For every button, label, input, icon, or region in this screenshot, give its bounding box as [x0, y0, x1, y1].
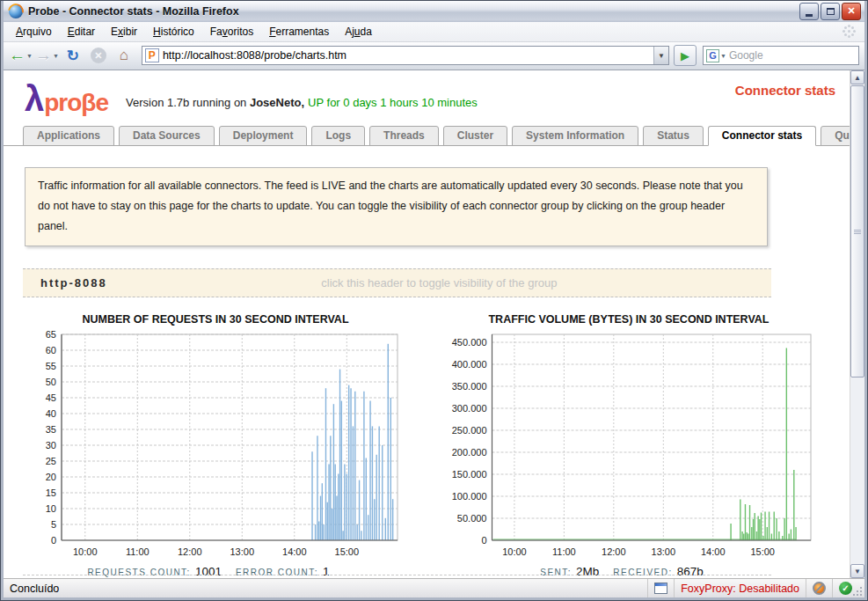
page-properties-panel[interactable] [647, 579, 674, 597]
chart-canvas: 10:0011:0012:0013:0014:0015:000510152025… [26, 327, 405, 561]
group-header[interactable]: http-8088 click this header to toggle vi… [23, 268, 771, 297]
security-panel[interactable]: ✓ [832, 579, 858, 597]
svg-text:15: 15 [46, 487, 56, 498]
back-dropdown-icon: ▼ [26, 53, 33, 59]
svg-text:15:00: 15:00 [335, 546, 360, 557]
reload-button[interactable]: ↻ [62, 44, 84, 67]
page-properties-icon [654, 583, 667, 594]
menu-editar[interactable]: Editar [61, 23, 102, 40]
svg-text:450.000: 450.000 [452, 337, 487, 348]
throbber-icon [848, 30, 850, 33]
tab-cluster[interactable]: Cluster [443, 126, 507, 146]
foxyproxy-icon-panel[interactable] [806, 579, 832, 597]
svg-text:10: 10 [46, 503, 56, 514]
host-name: JoseNeto, [250, 96, 304, 109]
svg-text:12:00: 12:00 [178, 546, 202, 557]
tab-applications[interactable]: Applications [23, 126, 114, 146]
svg-text:11:00: 11:00 [126, 546, 150, 557]
forward-icon: → [35, 46, 52, 65]
group-toggle-hint: click this header to toggle visibility o… [107, 276, 771, 290]
home-icon: ⌂ [120, 47, 128, 64]
menu-favoritos[interactable]: Favoritos [203, 23, 260, 40]
chart-title: TRAFFIC VOLUME (BYTES) IN 30 SECOND INTE… [440, 313, 818, 326]
menu-exibir[interactable]: Exibir [104, 23, 144, 40]
svg-text:12:00: 12:00 [602, 546, 626, 557]
svg-text:15:00: 15:00 [750, 546, 775, 557]
menu-histórico[interactable]: Histórico [146, 23, 201, 40]
menu-arquivo[interactable]: Arquivo [9, 23, 59, 40]
scrollbar-grip-icon [854, 230, 861, 234]
svg-text:300.000: 300.000 [452, 403, 487, 414]
probe-logo: λproβe [25, 81, 108, 117]
svg-text:400.000: 400.000 [452, 359, 487, 370]
foxyproxy-status: FoxyProxy: Desabilitado [681, 583, 799, 595]
forward-dropdown-icon: ▼ [53, 53, 59, 59]
go-button[interactable]: ▶ [674, 45, 697, 66]
menu-ferramentas[interactable]: Ferramentas [262, 23, 336, 40]
status-text: Concluído [4, 583, 647, 595]
url-input[interactable] [159, 49, 653, 62]
svg-text:10:00: 10:00 [73, 546, 98, 557]
chart-plot: 10:0011:0012:0013:0014:0015:00050.000100… [440, 327, 818, 561]
svg-text:20: 20 [46, 472, 56, 482]
page-main: λproβe Version 1.7b running on JoseNeto,… [4, 70, 850, 578]
forward-button[interactable]: →▼ [35, 44, 59, 67]
chart-plot: 10:0011:0012:0013:0014:0015:000510152025… [26, 327, 405, 561]
svg-text:13:00: 13:00 [652, 546, 676, 557]
foxyproxy-panel[interactable]: FoxyProxy: Desabilitado [674, 579, 806, 597]
search-box[interactable]: G ▼ [703, 46, 859, 65]
logo-lambda: λ [25, 79, 44, 118]
site-favicon: P [145, 48, 159, 62]
url-bar[interactable]: P ▼ [142, 46, 669, 65]
next-group-divider [23, 575, 771, 575]
svg-text:150.000: 150.000 [452, 469, 487, 480]
logo-name: proβe [44, 89, 108, 116]
tab-connector-stats[interactable]: Connector stats [708, 126, 816, 146]
menubar-items: ArquivoEditarExibirHistóricoFavoritosFer… [9, 23, 848, 40]
tab-status[interactable]: Status [643, 126, 704, 146]
scroll-down-button[interactable]: ▼ [850, 564, 864, 578]
svg-text:30: 30 [46, 440, 56, 451]
chart-footer-value: 1001 [195, 565, 222, 578]
menu-ajuda[interactable]: Ajuda [338, 23, 379, 40]
tab-threads[interactable]: Threads [369, 126, 439, 146]
maximize-button[interactable] [821, 3, 840, 20]
svg-text:0: 0 [51, 535, 56, 546]
home-button[interactable]: ⌂ [113, 44, 135, 67]
svg-text:35: 35 [46, 424, 56, 435]
chart-canvas: 10:0011:0012:0013:0014:0015:00050.000100… [440, 327, 818, 561]
svg-text:13:00: 13:00 [230, 546, 255, 557]
search-input[interactable] [726, 49, 868, 62]
check-icon: ✓ [839, 582, 852, 595]
vertical-scrollbar[interactable]: ▲ ▼ [850, 70, 864, 578]
minimize-button[interactable] [799, 3, 819, 20]
tab-data-sources[interactable]: Data Sources [119, 126, 215, 146]
close-button[interactable]: ✕ [842, 3, 861, 20]
scrollbar-track[interactable] [850, 378, 864, 564]
info-box: Traffic information for all available co… [25, 167, 768, 246]
title-bar[interactable]: Probe - Connector stats - Mozilla Firefo… [4, 1, 864, 22]
maximize-icon [827, 8, 835, 15]
svg-text:0: 0 [481, 535, 486, 546]
menu-bar: ArquivoEditarExibirHistóricoFavoritosFer… [4, 22, 864, 42]
version-line: Version 1.7b running on JoseNeto,UP for … [126, 96, 478, 109]
scroll-up-button[interactable]: ▲ [850, 70, 864, 84]
browser-content: λproβe Version 1.7b running on JoseNeto,… [4, 70, 864, 578]
svg-text:50.000: 50.000 [457, 513, 487, 524]
svg-text:45: 45 [46, 392, 56, 403]
foxyproxy-disabled-icon [813, 582, 826, 595]
google-icon: G [706, 49, 719, 62]
tab-quick-check[interactable]: Quick check [821, 126, 850, 146]
tab-deployment[interactable]: Deployment [219, 126, 308, 146]
stop-button[interactable]: ✕ [87, 44, 110, 67]
version-text: Version 1.7b running on [126, 96, 250, 109]
svg-text:65: 65 [46, 329, 56, 340]
reload-icon: ↻ [67, 47, 79, 65]
svg-text:10:00: 10:00 [502, 546, 527, 557]
tab-logs[interactable]: Logs [311, 126, 365, 146]
scrollbar-thumb[interactable] [850, 85, 864, 377]
url-history-dropdown[interactable]: ▼ [653, 47, 668, 64]
search-engine-dropdown-icon[interactable]: ▼ [720, 53, 726, 59]
back-button[interactable]: ←▼ [9, 44, 33, 67]
tab-system-information[interactable]: System Information [512, 126, 638, 146]
